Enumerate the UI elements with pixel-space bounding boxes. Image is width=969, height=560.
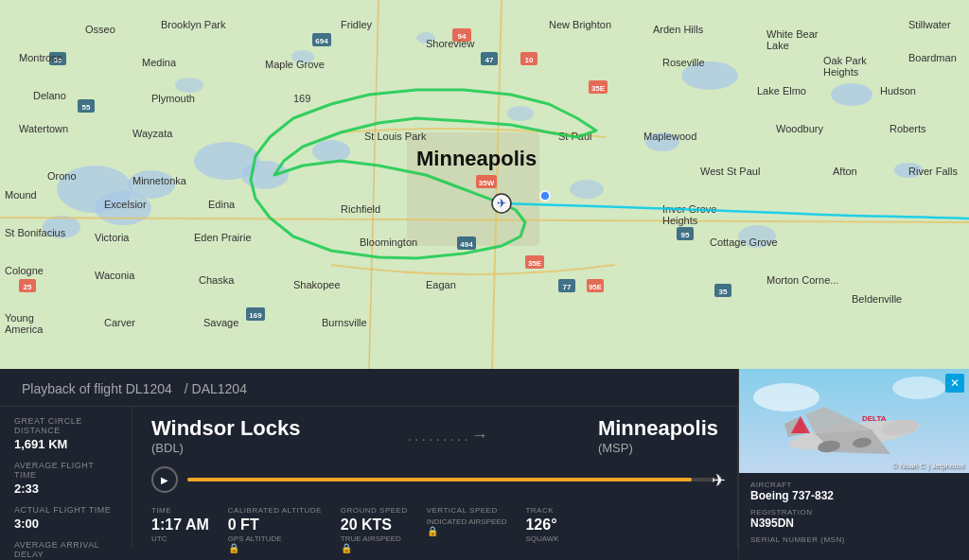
aircraft-reg-item: REGISTRATION N395DN (750, 508, 958, 530)
svg-text:Hudson: Hudson (880, 85, 916, 96)
svg-text:Montrose: Montrose (19, 52, 62, 63)
arrival-code: (MSP) (598, 441, 718, 455)
aad-label: AVERAGE ARRIVAL DELAY (14, 540, 117, 559)
svg-text:Shakopee: Shakopee (293, 279, 341, 290)
svg-text:Edina: Edina (208, 199, 236, 210)
altitude-col: CALIBRATED ALTITUDE 0 FT GPS ALTITUDE 🔒 (228, 506, 322, 553)
svg-text:Carver: Carver (104, 317, 135, 328)
progress-track[interactable]: ✈ (187, 478, 718, 481)
altitude-lock-icon: 🔒 (228, 543, 322, 553)
vertical-speed-sublabel: INDICATED AIRSPEED (427, 517, 507, 526)
svg-text:White Bear: White Bear (766, 28, 819, 40)
svg-text:Fridley: Fridley (341, 19, 373, 30)
altitude-value: 0 FT (228, 516, 322, 534)
svg-text:Maplewood: Maplewood (643, 131, 696, 142)
playback-bar: ▶ ✈ (151, 466, 718, 493)
aft-label: AVERAGE FLIGHT TIME (14, 461, 117, 480)
svg-text:✈: ✈ (497, 197, 506, 210)
svg-point-113 (540, 191, 550, 201)
vertical-speed-lock-icon: 🔒 (427, 526, 507, 536)
ac-reg-label: REGISTRATION (750, 508, 958, 516)
svg-text:35E: 35E (528, 259, 542, 268)
svg-text:America: America (5, 324, 44, 335)
aircraft-details: AIRCRAFT Boeing 737-832 REGISTRATION N39… (739, 473, 969, 557)
svg-text:Boardman: Boardman (908, 52, 957, 63)
time-sublabel: UTC (151, 534, 209, 543)
svg-text:25: 25 (24, 283, 32, 291)
svg-text:95: 95 (681, 231, 690, 239)
svg-point-12 (175, 78, 203, 93)
ac-type-label: AIRCRAFT (750, 481, 958, 489)
gc-label: GREAT CIRCLE DISTANCE (14, 416, 117, 435)
svg-text:Oak Park: Oak Park (823, 55, 867, 66)
svg-text:West St Paul: West St Paul (700, 166, 760, 177)
svg-text:Eden Prairie: Eden Prairie (194, 232, 252, 243)
svg-text:Roseville: Roseville (662, 57, 705, 68)
svg-text:Heights: Heights (823, 66, 859, 78)
svg-text:Maple Grove: Maple Grove (265, 59, 325, 70)
route-dots: ......... → (310, 426, 589, 446)
flight-header: Playback of flight DL1204 / DAL1204 (0, 369, 738, 407)
close-button[interactable]: ✕ (945, 374, 964, 393)
svg-point-7 (312, 140, 350, 163)
svg-text:10: 10 (525, 56, 534, 64)
svg-text:694: 694 (315, 37, 328, 45)
ground-speed-label: GROUND SPEED (341, 506, 408, 515)
svg-text:494: 494 (460, 240, 473, 249)
map-container: 55 55 694 47 94 10 35E 35W 494 35E 77 95… (0, 0, 969, 369)
svg-text:169: 169 (249, 311, 262, 320)
departure-code: (BDL) (151, 441, 301, 455)
svg-text:Cottage Grove: Cottage Grove (710, 236, 778, 248)
svg-text:River Falls: River Falls (908, 166, 958, 177)
track-value: 126° (525, 516, 558, 534)
flight-title-text: Playback of flight DL1204 (22, 381, 172, 396)
svg-text:55: 55 (82, 103, 91, 112)
svg-point-117 (753, 383, 819, 411)
svg-text:Victoria: Victoria (95, 232, 130, 243)
aircraft-serial-item: SERIAL NUMBER (MSN) (750, 535, 958, 544)
svg-text:Cologne: Cologne (5, 265, 44, 276)
aircraft-panel: ✕ (738, 369, 969, 560)
departure-city: Windsor Locks (151, 416, 301, 441)
track-label: TRACK (525, 506, 558, 515)
progress-fill (187, 478, 692, 481)
ac-type-value: Boeing 737-832 (750, 489, 958, 502)
left-stats: GREAT CIRCLE DISTANCE 1,691 KM AVERAGE F… (0, 407, 132, 549)
time-label: TIME (151, 506, 209, 515)
aircraft-serial-row: SERIAL NUMBER (MSN) (750, 535, 958, 544)
center-flight-info: Windsor Locks (BDL) ......... → Minneapo… (132, 407, 738, 549)
svg-text:Heights: Heights (662, 215, 698, 226)
route-display: Windsor Locks (BDL) ......... → Minneapo… (151, 416, 718, 455)
play-button[interactable]: ▶ (151, 466, 178, 493)
svg-text:Bloomington: Bloomington (360, 236, 417, 248)
svg-text:Lake: Lake (766, 40, 789, 51)
svg-text:New Brighton: New Brighton (549, 19, 611, 30)
ground-speed-value: 20 KTS (341, 516, 408, 534)
svg-text:Medina: Medina (142, 57, 177, 68)
great-circle-stat: GREAT CIRCLE DISTANCE 1,691 KM (14, 416, 117, 451)
ground-speed-sublabel: TRUE AIRSPEED (341, 534, 408, 543)
time-col: TIME 1:17 AM UTC (151, 506, 209, 553)
svg-point-118 (892, 376, 945, 399)
svg-text:Lake Elmo: Lake Elmo (757, 85, 806, 96)
svg-text:77: 77 (563, 283, 572, 291)
svg-text:Beldenville: Beldenville (852, 293, 902, 305)
svg-point-16 (570, 180, 604, 199)
svg-text:Woodbury: Woodbury (776, 123, 823, 134)
arrival-city: Minneapolis (598, 416, 718, 441)
bottom-panel: Playback of flight DL1204 / DAL1204 GREA… (0, 369, 738, 560)
svg-text:Roberts: Roberts (890, 123, 926, 134)
ac-serial-label: SERIAL NUMBER (MSN) (750, 535, 958, 544)
track-sublabel: SQUAWK (525, 534, 558, 543)
ground-speed-col: GROUND SPEED 20 KTS TRUE AIRSPEED 🔒 (341, 506, 408, 553)
photo-credit: © Noah C | Jetphotos (892, 462, 964, 470)
svg-text:Watertown: Watertown (19, 123, 68, 134)
svg-text:Richfield: Richfield (341, 203, 380, 215)
progress-plane-icon: ✈ (712, 470, 726, 491)
svg-text:35W: 35W (479, 179, 495, 187)
svg-text:Mound: Mound (5, 189, 37, 201)
actual-flight-stat: ACTUAL FLIGHT TIME 3:00 (14, 505, 117, 531)
svg-text:Brooklyn Park: Brooklyn Park (161, 19, 226, 30)
svg-text:Eagan: Eagan (426, 279, 456, 290)
svg-point-15 (507, 106, 534, 121)
